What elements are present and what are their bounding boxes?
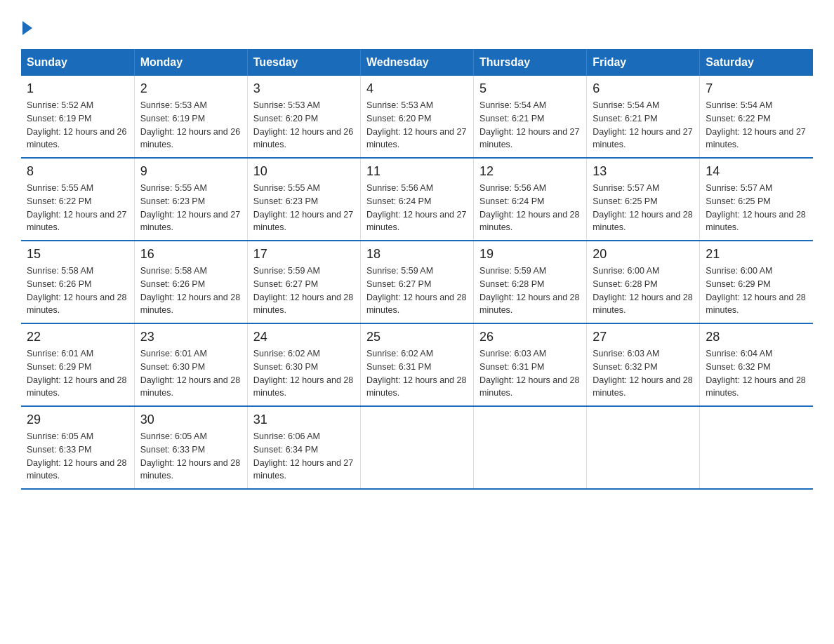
day-number: 31 [253,412,355,427]
day-info: Sunrise: 6:02 AMSunset: 6:31 PMDaylight:… [366,349,466,398]
day-info: Sunrise: 5:59 AMSunset: 6:27 PMDaylight:… [253,266,353,315]
day-number: 5 [479,81,581,96]
table-row: 17 Sunrise: 5:59 AMSunset: 6:27 PMDaylig… [247,241,360,323]
header-thursday: Thursday [474,49,587,76]
day-info: Sunrise: 6:04 AMSunset: 6:32 PMDaylight:… [706,349,805,398]
table-row: 27 Sunrise: 6:03 AMSunset: 6:32 PMDaylig… [587,323,700,406]
day-info: Sunrise: 5:58 AMSunset: 6:26 PMDaylight:… [140,266,240,315]
day-info: Sunrise: 6:00 AMSunset: 6:29 PMDaylight:… [706,266,805,315]
table-row: 19 Sunrise: 5:59 AMSunset: 6:28 PMDaylig… [474,241,587,323]
day-info: Sunrise: 5:55 AMSunset: 6:23 PMDaylight:… [140,183,240,232]
day-number: 21 [706,247,807,262]
day-number: 22 [27,330,128,344]
header-sunday: Sunday [21,49,134,76]
logo-arrow-icon [22,21,32,35]
day-info: Sunrise: 6:06 AMSunset: 6:34 PMDaylight:… [253,431,353,481]
day-number: 13 [593,164,694,179]
table-row [700,406,813,489]
day-info: Sunrise: 5:54 AMSunset: 6:22 PMDaylight:… [706,100,805,149]
day-number: 4 [366,81,468,96]
calendar-header-row: Sunday Monday Tuesday Wednesday Thursday… [21,49,813,76]
day-number: 26 [479,330,581,344]
day-number: 11 [366,164,468,179]
day-number: 23 [140,330,241,344]
calendar-week-row: 22 Sunrise: 6:01 AMSunset: 6:29 PMDaylig… [21,323,813,406]
table-row: 9 Sunrise: 5:55 AMSunset: 6:23 PMDayligh… [134,158,247,241]
day-info: Sunrise: 6:05 AMSunset: 6:33 PMDaylight:… [140,431,240,481]
table-row [360,406,473,489]
day-number: 6 [593,81,694,96]
day-info: Sunrise: 5:59 AMSunset: 6:27 PMDaylight:… [366,266,466,315]
table-row: 4 Sunrise: 5:53 AMSunset: 6:20 PMDayligh… [360,76,473,158]
day-info: Sunrise: 5:53 AMSunset: 6:20 PMDaylight:… [366,100,466,149]
day-number: 10 [253,164,355,179]
table-row: 1 Sunrise: 5:52 AMSunset: 6:19 PMDayligh… [21,76,134,158]
table-row: 8 Sunrise: 5:55 AMSunset: 6:22 PMDayligh… [21,158,134,241]
day-info: Sunrise: 6:03 AMSunset: 6:31 PMDaylight:… [479,349,579,398]
table-row [587,406,700,489]
day-info: Sunrise: 5:52 AMSunset: 6:19 PMDaylight:… [27,100,126,149]
day-number: 12 [479,164,581,179]
table-row: 25 Sunrise: 6:02 AMSunset: 6:31 PMDaylig… [360,323,473,406]
table-row: 16 Sunrise: 5:58 AMSunset: 6:26 PMDaylig… [134,241,247,323]
day-number: 30 [140,412,241,427]
day-info: Sunrise: 5:55 AMSunset: 6:23 PMDaylight:… [253,183,353,232]
table-row: 6 Sunrise: 5:54 AMSunset: 6:21 PMDayligh… [587,76,700,158]
day-number: 15 [27,247,128,262]
calendar-table: Sunday Monday Tuesday Wednesday Thursday… [21,49,813,490]
day-info: Sunrise: 6:03 AMSunset: 6:32 PMDaylight:… [593,349,692,398]
day-info: Sunrise: 5:57 AMSunset: 6:25 PMDaylight:… [706,183,805,232]
table-row: 11 Sunrise: 5:56 AMSunset: 6:24 PMDaylig… [360,158,473,241]
day-info: Sunrise: 6:01 AMSunset: 6:30 PMDaylight:… [140,349,240,398]
day-number: 8 [27,164,128,179]
day-info: Sunrise: 6:02 AMSunset: 6:30 PMDaylight:… [253,349,353,398]
table-row: 23 Sunrise: 6:01 AMSunset: 6:30 PMDaylig… [134,323,247,406]
logo [21,21,34,35]
day-info: Sunrise: 6:00 AMSunset: 6:28 PMDaylight:… [593,266,692,315]
day-number: 19 [479,247,581,262]
calendar-week-row: 15 Sunrise: 5:58 AMSunset: 6:26 PMDaylig… [21,241,813,323]
day-info: Sunrise: 5:55 AMSunset: 6:22 PMDaylight:… [27,183,126,232]
table-row [474,406,587,489]
day-info: Sunrise: 5:54 AMSunset: 6:21 PMDaylight:… [479,100,579,149]
day-number: 9 [140,164,241,179]
table-row: 15 Sunrise: 5:58 AMSunset: 6:26 PMDaylig… [21,241,134,323]
table-row: 5 Sunrise: 5:54 AMSunset: 6:21 PMDayligh… [474,76,587,158]
table-row: 28 Sunrise: 6:04 AMSunset: 6:32 PMDaylig… [700,323,813,406]
day-number: 1 [27,81,128,96]
calendar-week-row: 1 Sunrise: 5:52 AMSunset: 6:19 PMDayligh… [21,76,813,158]
day-info: Sunrise: 5:53 AMSunset: 6:20 PMDaylight:… [253,100,353,149]
table-row: 3 Sunrise: 5:53 AMSunset: 6:20 PMDayligh… [247,76,360,158]
table-row: 13 Sunrise: 5:57 AMSunset: 6:25 PMDaylig… [587,158,700,241]
table-row: 2 Sunrise: 5:53 AMSunset: 6:19 PMDayligh… [134,76,247,158]
table-row: 22 Sunrise: 6:01 AMSunset: 6:29 PMDaylig… [21,323,134,406]
table-row: 26 Sunrise: 6:03 AMSunset: 6:31 PMDaylig… [474,323,587,406]
table-row: 31 Sunrise: 6:06 AMSunset: 6:34 PMDaylig… [247,406,360,489]
header-saturday: Saturday [700,49,813,76]
header-friday: Friday [587,49,700,76]
day-info: Sunrise: 5:54 AMSunset: 6:21 PMDaylight:… [593,100,692,149]
day-number: 18 [366,247,468,262]
day-info: Sunrise: 5:53 AMSunset: 6:19 PMDaylight:… [140,100,240,149]
day-info: Sunrise: 5:57 AMSunset: 6:25 PMDaylight:… [593,183,692,232]
day-info: Sunrise: 5:59 AMSunset: 6:28 PMDaylight:… [479,266,579,315]
day-number: 28 [706,330,807,344]
table-row: 14 Sunrise: 5:57 AMSunset: 6:25 PMDaylig… [700,158,813,241]
table-row: 21 Sunrise: 6:00 AMSunset: 6:29 PMDaylig… [700,241,813,323]
day-number: 27 [593,330,694,344]
table-row: 7 Sunrise: 5:54 AMSunset: 6:22 PMDayligh… [700,76,813,158]
header-wednesday: Wednesday [360,49,473,76]
day-number: 29 [27,412,128,427]
day-info: Sunrise: 6:05 AMSunset: 6:33 PMDaylight:… [27,431,126,481]
day-info: Sunrise: 5:56 AMSunset: 6:24 PMDaylight:… [366,183,466,232]
table-row: 18 Sunrise: 5:59 AMSunset: 6:27 PMDaylig… [360,241,473,323]
table-row: 29 Sunrise: 6:05 AMSunset: 6:33 PMDaylig… [21,406,134,489]
table-row: 30 Sunrise: 6:05 AMSunset: 6:33 PMDaylig… [134,406,247,489]
table-row: 12 Sunrise: 5:56 AMSunset: 6:24 PMDaylig… [474,158,587,241]
day-number: 16 [140,247,241,262]
day-number: 14 [706,164,807,179]
day-info: Sunrise: 5:56 AMSunset: 6:24 PMDaylight:… [479,183,579,232]
header [21,14,813,35]
header-tuesday: Tuesday [247,49,360,76]
day-number: 7 [706,81,807,96]
